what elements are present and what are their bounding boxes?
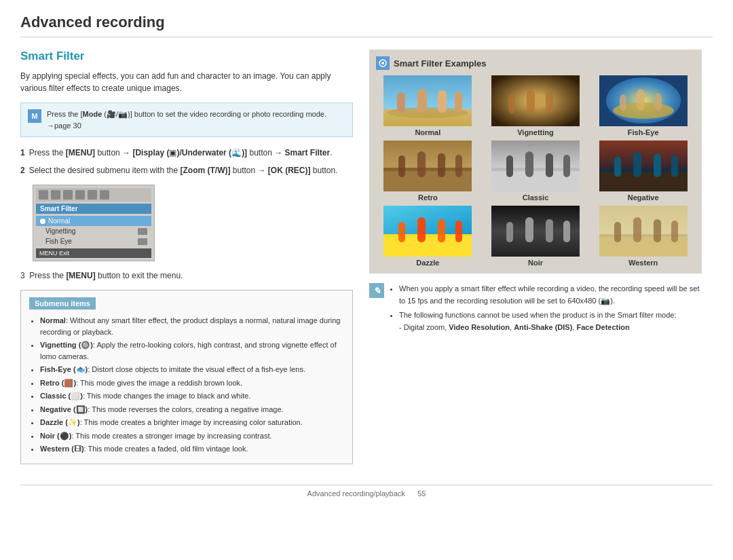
menu-icon-1 — [39, 190, 48, 200]
svg-rect-32 — [546, 153, 553, 177]
section-title: Smart Filter — [20, 50, 353, 63]
svg-rect-10 — [491, 75, 580, 126]
svg-rect-7 — [438, 90, 447, 113]
filter-header-icon — [376, 56, 390, 70]
svg-rect-44 — [398, 222, 405, 242]
icon-fisheye — [138, 238, 147, 245]
step-2-text: Select the desired submenu item with the… — [29, 164, 338, 176]
step-2-num: 2 — [20, 164, 25, 176]
filter-item-fisheye: Fish-Eye — [591, 75, 695, 136]
footer-text: Advanced recording/playback — [307, 489, 405, 498]
filter-item-retro: Retro — [376, 141, 480, 202]
svg-rect-46 — [438, 219, 445, 242]
filter-label-vignetting: Vignetting — [517, 128, 554, 136]
submenu-box: Submenu items Normal: Without any smart … — [20, 290, 353, 464]
list-item: Dazzle (✨): This mode creates a brighter… — [40, 417, 344, 428]
svg-rect-23 — [398, 155, 405, 177]
thumb-dazzle — [383, 206, 472, 257]
list-item: Vignetting (🔘): Apply the retro-looking … — [40, 339, 344, 362]
list-item: Noir (⚫): This mode creates a stronger i… — [40, 430, 344, 442]
svg-rect-47 — [455, 221, 462, 242]
info-note-box: ✎ When you apply a smart filter effect w… — [369, 283, 702, 333]
menu-icon-5 — [88, 190, 97, 200]
submenu-list: Normal: Without any smart filter effect,… — [29, 315, 344, 455]
thumb-classic — [491, 141, 580, 191]
svg-rect-38 — [633, 152, 641, 177]
step-1: 1 Press the [MENU] button → [Display (▣)… — [20, 147, 353, 159]
footer-page: 55 — [417, 489, 426, 498]
step-2: 2 Select the desired submenu item with t… — [20, 164, 353, 176]
filter-item-noir: Noir — [484, 206, 588, 267]
svg-rect-50 — [525, 217, 533, 242]
filter-label-retro: Retro — [418, 193, 438, 202]
svg-rect-33 — [563, 155, 570, 177]
svg-rect-40 — [671, 155, 678, 177]
list-item: Negative (🔲): This mode reverses the col… — [40, 404, 344, 415]
filter-item-vignetting: Vignetting — [484, 75, 588, 136]
label-normal: Normal — [48, 217, 70, 225]
filter-examples-box: Smart Filter Examples — [369, 50, 702, 274]
svg-rect-17 — [620, 94, 626, 111]
menu-item-fisheye: Fish Eye — [36, 236, 151, 246]
thumb-vignetting — [491, 75, 580, 126]
label-vignetting: Vignetting — [40, 227, 75, 235]
filter-label-fisheye: Fish-Eye — [628, 128, 659, 136]
svg-rect-11 — [508, 94, 515, 113]
step-3: 3 Press the [MENU] button to exit the me… — [20, 271, 353, 280]
filter-examples-title: Smart Filter Examples — [394, 58, 487, 69]
steps: 1 Press the [MENU] button → [Display (▣)… — [20, 147, 353, 176]
right-column: Smart Filter Examples — [369, 50, 702, 471]
svg-rect-58 — [654, 219, 661, 242]
svg-rect-19 — [655, 93, 662, 111]
filter-examples-header: Smart Filter Examples — [376, 56, 695, 70]
svg-rect-5 — [397, 92, 405, 113]
svg-rect-30 — [506, 155, 513, 177]
menu-icon-6 — [100, 190, 109, 200]
page-title: Advanced recording — [20, 14, 713, 37]
left-column: Smart Filter By applying special effects… — [20, 50, 353, 471]
menu-bottom-bar: MENU Exit — [36, 248, 151, 258]
filter-item-classic: Classic — [484, 141, 588, 202]
svg-rect-37 — [614, 157, 621, 177]
note-text: Press the [Mode (🎥/📷)] button to set the… — [47, 109, 345, 131]
footer: Advanced recording/playback 55 — [20, 485, 713, 498]
filter-item-western: Western — [591, 206, 695, 267]
filter-grid: Normal — [376, 75, 695, 267]
filter-label-western: Western — [628, 259, 658, 267]
intro-text: By applying special effects, you can add… — [20, 70, 353, 94]
note-box: M Press the [Mode (🎥/📷)] button to set t… — [20, 102, 353, 137]
filter-label-noir: Noir — [528, 259, 543, 267]
thumb-retro — [383, 141, 472, 191]
svg-rect-6 — [417, 89, 427, 113]
svg-rect-51 — [546, 219, 553, 242]
info-note-text: When you apply a smart filter effect whi… — [390, 283, 702, 333]
list-item: Fish-Eye (🐟): Distort close objects to i… — [40, 364, 344, 375]
svg-rect-25 — [438, 153, 445, 177]
svg-rect-59 — [671, 221, 678, 242]
svg-rect-39 — [654, 154, 661, 177]
thumb-western — [599, 206, 688, 257]
svg-rect-49 — [506, 222, 513, 242]
thumb-negative — [599, 141, 688, 191]
filter-item-dazzle: Dazzle — [376, 206, 480, 267]
list-item: Western (🎞): This mode creates a faded, … — [40, 443, 344, 455]
svg-rect-13 — [546, 92, 553, 113]
filter-label-classic: Classic — [523, 193, 549, 202]
menu-icon-4 — [75, 190, 85, 200]
svg-rect-18 — [637, 89, 645, 111]
label-fisheye: Fish Eye — [40, 238, 72, 245]
svg-rect-8 — [455, 92, 462, 113]
dot-normal — [40, 219, 45, 224]
step-1-text: Press the [MENU] button → [Display (▣)/U… — [29, 147, 333, 159]
filter-label-dazzle: Dazzle — [416, 259, 439, 267]
svg-rect-57 — [633, 217, 641, 242]
menu-icon-2 — [51, 190, 60, 200]
menu-icon-3 — [63, 190, 73, 200]
filter-item-negative: Negative — [591, 141, 695, 202]
thumb-normal — [383, 75, 472, 126]
step-1-num: 1 — [20, 147, 25, 159]
svg-point-1 — [381, 62, 384, 64]
list-item: Normal: Without any smart filter effect,… — [40, 315, 344, 337]
filter-label-negative: Negative — [628, 193, 659, 202]
svg-rect-31 — [525, 151, 533, 177]
